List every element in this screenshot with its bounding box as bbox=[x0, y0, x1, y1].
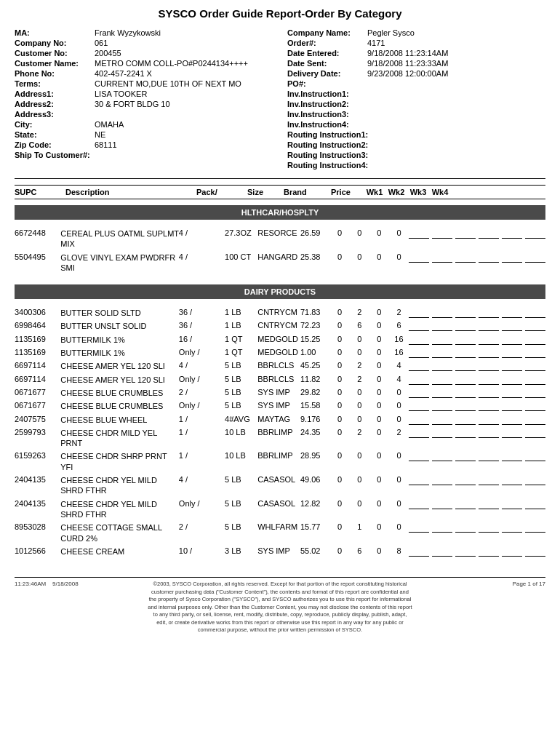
cell-price: 1.00 bbox=[300, 348, 330, 356]
table-row: 1135169 BUTTERMILK 1% Only / 1 QT MEDGOL… bbox=[15, 346, 545, 359]
write-line bbox=[432, 499, 452, 509]
header-row: Routing Instruction3: bbox=[287, 151, 545, 159]
header-label: Routing Instruction1: bbox=[287, 130, 368, 139]
cell-pack: 4 / bbox=[179, 475, 225, 484]
cell-description: CHEESE AMER YEL 120 SLI bbox=[60, 375, 179, 385]
header-row: City:OMAHA bbox=[15, 120, 273, 129]
cell-wk3: 0 bbox=[369, 228, 389, 237]
cell-pack: 2 / bbox=[179, 388, 225, 397]
write-line bbox=[502, 451, 522, 461]
cell-lines bbox=[409, 375, 545, 385]
table-row: 6159263 CHEESE CHDR SHRP PRNT YFI 1 / 10… bbox=[15, 450, 545, 474]
write-line bbox=[409, 375, 429, 385]
header-value: 30 & FORT BLDG 10 bbox=[95, 100, 273, 108]
write-line bbox=[525, 228, 545, 239]
header-row: Address1:LISA TOOKER bbox=[15, 89, 273, 98]
cell-wk4: 16 bbox=[389, 335, 409, 343]
table-row: 0671677 CHEESE BLUE CRUMBLES 2 / 5 LB SY… bbox=[15, 386, 545, 399]
write-line bbox=[502, 348, 522, 358]
write-line bbox=[409, 252, 429, 263]
table-row: 0671677 CHEESE BLUE CRUMBLES Only / 5 LB… bbox=[15, 399, 545, 413]
cell-supc: 1012566 bbox=[15, 546, 60, 555]
header-label: Inv.Instruction4: bbox=[287, 120, 367, 129]
write-line bbox=[525, 522, 545, 533]
write-line bbox=[432, 428, 452, 438]
write-line bbox=[502, 415, 522, 425]
write-line bbox=[455, 308, 476, 318]
cell-price: 72.23 bbox=[300, 321, 330, 330]
cell-supc: 3400306 bbox=[15, 308, 60, 316]
write-line bbox=[455, 252, 476, 263]
cell-size: 27.3OZ bbox=[225, 228, 257, 237]
header-value: CURRENT MO,DUE 10TH OF NEXT MO bbox=[95, 79, 273, 88]
write-line bbox=[455, 375, 476, 385]
col-header-brand: Brand bbox=[284, 188, 331, 196]
header-label: Inv.Instruction1: bbox=[287, 89, 367, 98]
write-line bbox=[455, 415, 476, 425]
cell-wk2: 0 bbox=[350, 348, 369, 356]
cell-wk3: 0 bbox=[369, 388, 389, 397]
write-line bbox=[525, 348, 545, 358]
cell-wk1: 0 bbox=[330, 522, 350, 531]
header-value bbox=[367, 79, 545, 88]
cell-wk2: 2 bbox=[350, 428, 369, 437]
col-header-size: Size bbox=[247, 188, 284, 196]
cell-lines bbox=[409, 546, 545, 557]
write-line bbox=[455, 522, 476, 533]
header-row: Ship To Customer#: bbox=[15, 151, 273, 159]
cell-brand: BBRLIMP bbox=[257, 451, 300, 460]
cell-supc: 1135169 bbox=[15, 348, 60, 356]
header-row: Date Entered:9/18/2008 11:23:14AM bbox=[287, 49, 545, 57]
cell-wk4: 0 bbox=[389, 252, 409, 261]
header-row: Delivery Date:9/23/2008 12:00:00AM bbox=[287, 69, 545, 78]
cell-wk2: 0 bbox=[350, 451, 369, 460]
write-line bbox=[525, 415, 545, 425]
col-header-wk2: Wk2 bbox=[385, 188, 407, 196]
cell-price: 71.83 bbox=[300, 308, 330, 316]
header-label: Company No: bbox=[15, 39, 95, 47]
header-label: Routing Instruction4: bbox=[287, 161, 368, 170]
write-line bbox=[409, 321, 429, 331]
write-line bbox=[409, 348, 429, 358]
cell-description: GLOVE VINYL EXAM PWDRFR SMI bbox=[60, 252, 179, 274]
cell-price: 15.58 bbox=[300, 401, 330, 410]
write-line bbox=[525, 451, 545, 461]
write-line bbox=[432, 401, 452, 411]
header-row: Routing Instruction1: bbox=[287, 130, 545, 139]
cell-brand: SYS IMP bbox=[257, 546, 300, 555]
cell-wk3: 0 bbox=[369, 335, 389, 343]
table-row: 3400306 BUTTER SOLID SLTD 36 / 1 LB CNTR… bbox=[15, 306, 545, 319]
cell-price: 45.25 bbox=[300, 361, 330, 370]
header-label: Date Sent: bbox=[287, 59, 367, 68]
cell-wk3: 0 bbox=[369, 321, 389, 330]
cell-lines bbox=[409, 228, 545, 239]
header-value: Pegler Sysco bbox=[367, 28, 545, 37]
cell-pack: 36 / bbox=[179, 321, 225, 330]
write-line bbox=[409, 415, 429, 425]
cell-wk3: 0 bbox=[369, 415, 389, 423]
cell-size: 1 QT bbox=[225, 348, 257, 356]
header-label: Company Name: bbox=[287, 28, 367, 37]
header-value bbox=[368, 130, 545, 139]
write-line bbox=[525, 546, 545, 557]
cell-brand: HANGARD bbox=[257, 252, 300, 261]
cell-wk3: 0 bbox=[369, 451, 389, 460]
write-line bbox=[432, 375, 452, 385]
write-line bbox=[502, 499, 522, 509]
header-row: Date Sent:9/18/2008 11:23:33AM bbox=[287, 59, 545, 68]
cell-supc: 5504495 bbox=[15, 252, 60, 261]
write-line bbox=[479, 252, 499, 263]
write-line bbox=[525, 252, 545, 263]
cell-description: CHEESE BLUE WHEEL bbox=[60, 415, 179, 425]
cell-size: 1 LB bbox=[225, 321, 257, 330]
cell-supc: 2407575 bbox=[15, 415, 60, 423]
header-value bbox=[95, 110, 273, 119]
cell-lines bbox=[409, 499, 545, 509]
write-line bbox=[409, 335, 429, 345]
header-row: MA:Frank Wyzykowski bbox=[15, 28, 273, 37]
write-line bbox=[502, 475, 522, 485]
cell-description: BUTTERMILK 1% bbox=[60, 348, 179, 358]
cell-wk1: 0 bbox=[330, 308, 350, 316]
header-value: 4171 bbox=[367, 39, 545, 47]
write-line bbox=[455, 228, 476, 239]
